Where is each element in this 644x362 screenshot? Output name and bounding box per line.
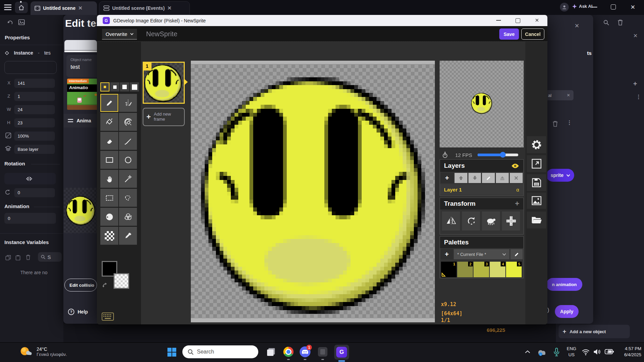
layer-alpha-toggle[interactable]: α bbox=[516, 187, 519, 193]
opacity-field[interactable]: 100% bbox=[14, 132, 55, 141]
swap-colors-icon[interactable] bbox=[102, 280, 110, 289]
user-avatar[interactable] bbox=[560, 3, 569, 12]
start-button[interactable] bbox=[167, 347, 177, 357]
circle-tool-button[interactable] bbox=[119, 151, 137, 169]
merge-layer-button[interactable] bbox=[496, 173, 509, 183]
animation-field[interactable]: 0 bbox=[4, 213, 56, 224]
add-layer-button[interactable]: + bbox=[441, 173, 454, 183]
tab-close-icon[interactable]: ✕ bbox=[167, 5, 172, 11]
tab-untitled-scene-events[interactable]: Untitled scene (Events) ✕ bbox=[99, 1, 190, 15]
delete-layer-button[interactable]: ✕ bbox=[510, 173, 523, 183]
resize-button[interactable] bbox=[527, 155, 546, 172]
save-mode-dropdown[interactable]: Overwrite bbox=[102, 29, 137, 40]
keyboard-shortcuts-button[interactable] bbox=[102, 313, 114, 321]
discord-button[interactable]: 1 bbox=[300, 346, 310, 357]
dialog-partial-tab[interactable]: ts bbox=[587, 50, 591, 56]
layer-down-button[interactable] bbox=[468, 173, 481, 183]
flip-horizontal-button[interactable] bbox=[4, 173, 56, 184]
paste-icon[interactable] bbox=[16, 255, 20, 260]
chrome-button[interactable] bbox=[283, 347, 294, 357]
window-minimize-button[interactable] bbox=[592, 7, 597, 7]
flip-button[interactable] bbox=[442, 212, 460, 230]
onion-skin-icon[interactable] bbox=[441, 150, 449, 159]
taskbar-search[interactable]: Search bbox=[182, 345, 258, 358]
tab-close-icon[interactable]: ✕ bbox=[78, 5, 83, 11]
save-button[interactable]: Save bbox=[499, 28, 519, 40]
drawing-canvas[interactable] bbox=[194, 65, 432, 318]
palette-color-3[interactable]: 3 bbox=[474, 262, 489, 277]
trash-icon[interactable] bbox=[26, 255, 31, 260]
pen-tool-button[interactable] bbox=[100, 94, 118, 112]
transform-expand-icon[interactable]: + bbox=[515, 199, 519, 208]
eye-icon[interactable] bbox=[511, 163, 519, 168]
add-palette-button[interactable]: + bbox=[441, 249, 453, 259]
layer-row[interactable]: Layer 1 α bbox=[440, 184, 523, 195]
move-tool-button[interactable] bbox=[100, 170, 118, 188]
piskel-title-bar[interactable]: G GDevelop Image Editor (Piskel) - NewSp… bbox=[97, 15, 547, 26]
battery-icon[interactable] bbox=[605, 349, 614, 355]
dithering-tool-button[interactable] bbox=[100, 227, 118, 245]
tag-chip-close-icon[interactable]: ✕ bbox=[567, 93, 570, 98]
window-close-button[interactable]: ✕ bbox=[630, 4, 635, 11]
pen-size-4-button[interactable] bbox=[130, 82, 139, 92]
rectangle-tool-button[interactable] bbox=[100, 151, 118, 169]
add-animation-button[interactable]: n animation bbox=[546, 278, 582, 291]
window-maximize-button[interactable] bbox=[611, 4, 616, 9]
add-icon[interactable]: + bbox=[633, 80, 637, 88]
edit-palette-button[interactable] bbox=[510, 249, 523, 259]
piskel-close-button[interactable]: ✕ bbox=[535, 17, 539, 23]
kebab-menu-icon[interactable]: ⋮ bbox=[636, 94, 641, 100]
kebab-menu-icon[interactable]: ⋮ bbox=[567, 119, 572, 126]
stroke-tool-button[interactable] bbox=[119, 132, 137, 150]
language-switcher[interactable]: ENG US bbox=[567, 346, 576, 358]
pen-size-3-button[interactable] bbox=[120, 82, 129, 92]
palette-color-5[interactable]: 5 bbox=[506, 262, 522, 277]
volume-icon[interactable] bbox=[593, 348, 601, 355]
gdevelop-taskbar-button[interactable]: G bbox=[334, 345, 349, 360]
search-icon[interactable] bbox=[603, 20, 609, 26]
export-image-button[interactable] bbox=[527, 193, 546, 209]
save-sprite-button[interactable] bbox=[527, 174, 546, 191]
rotate-button[interactable] bbox=[462, 212, 480, 230]
palette-color-2[interactable]: 2 bbox=[457, 262, 473, 277]
wifi-icon[interactable] bbox=[582, 349, 590, 356]
layer-field[interactable]: Base layer bbox=[14, 145, 55, 154]
paint-all-tool-button[interactable] bbox=[119, 113, 137, 131]
edit-collision-button[interactable]: Edit collisio bbox=[64, 279, 97, 291]
w-field[interactable]: 24 bbox=[14, 105, 55, 114]
shape-select-tool-button[interactable] bbox=[119, 170, 137, 188]
object-name-field[interactable]: Object name test bbox=[66, 55, 98, 77]
h-field[interactable]: 23 bbox=[14, 118, 55, 127]
apply-button[interactable]: Apply bbox=[555, 305, 579, 318]
paint-bucket-tool-button[interactable] bbox=[100, 113, 118, 131]
drawing-canvas-area[interactable] bbox=[191, 61, 435, 322]
trash-icon[interactable] bbox=[618, 19, 623, 25]
frame-1[interactable]: 1 bbox=[143, 62, 185, 104]
onedrive-icon[interactable]: i bbox=[537, 349, 547, 356]
palette-color-4[interactable]: 4 bbox=[490, 262, 505, 277]
add-new-object-button[interactable]: + Add a new object bbox=[559, 325, 630, 338]
help-button[interactable]: ? Help bbox=[68, 308, 88, 315]
cancel-button[interactable]: Cancel bbox=[521, 28, 544, 40]
app-button[interactable] bbox=[318, 347, 327, 357]
panel-close-icon[interactable]: ✕ bbox=[633, 33, 638, 39]
instance-input[interactable] bbox=[4, 61, 57, 74]
home-tab[interactable] bbox=[15, 2, 28, 13]
palette-selector-dropdown[interactable]: * Current File * bbox=[454, 249, 509, 259]
piskel-minimize-button[interactable] bbox=[496, 20, 501, 21]
tray-chevron-icon[interactable] bbox=[525, 350, 530, 354]
lasso-select-tool-button[interactable] bbox=[119, 189, 137, 207]
dialog-active-tab[interactable] bbox=[64, 40, 97, 50]
add-new-frame-button[interactable]: + Add newframe bbox=[143, 108, 185, 126]
colorswap-tool-button[interactable] bbox=[119, 208, 137, 226]
microphone-icon[interactable] bbox=[554, 348, 560, 357]
tab-untitled-scene[interactable]: Untitled scene ✕ bbox=[31, 1, 97, 15]
ask-ai-button[interactable]: Ask AI bbox=[572, 4, 592, 9]
secondary-color-swatch[interactable] bbox=[114, 273, 129, 289]
fps-slider-handle[interactable] bbox=[500, 152, 506, 158]
sprite-thumbnail[interactable] bbox=[65, 195, 96, 226]
rotation-field[interactable]: 0 bbox=[14, 188, 55, 197]
sprite-type-dropdown[interactable]: sprite bbox=[546, 169, 574, 182]
asset-card[interactable]: Intermediate Animatio bbox=[67, 79, 98, 110]
rename-layer-button[interactable] bbox=[482, 173, 495, 183]
